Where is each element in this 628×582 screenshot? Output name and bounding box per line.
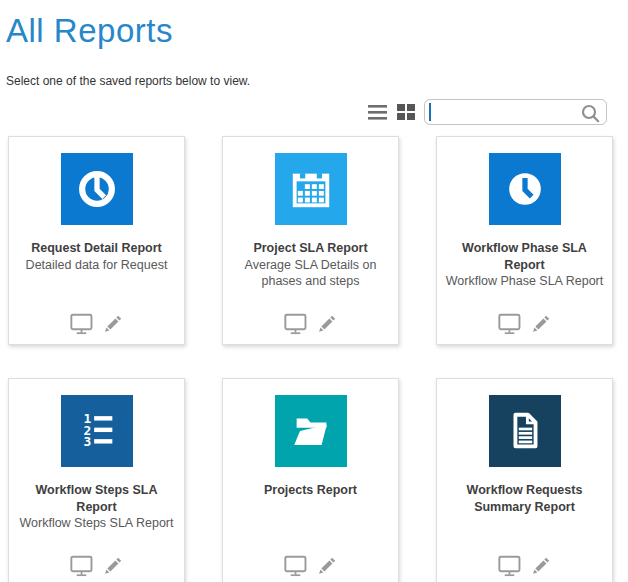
list-view-icon [368,105,388,120]
monitor-icon [284,313,307,335]
report-description: Detailed data for Request [19,257,175,274]
report-title: Request Detail Report [24,240,169,257]
pencil-icon [102,555,123,577]
report-card[interactable]: Workflow Phase SLA Report Workflow Phase… [436,136,613,345]
pencil-icon [530,313,551,335]
report-title: Project SLA Report [246,240,374,257]
clock-outline-icon [74,166,120,212]
report-description: Average SLA Details on phases and steps [223,257,398,290]
report-title: Workflow Phase SLA Report [437,240,612,273]
page-subtitle: Select one of the saved reports below to… [6,74,620,88]
report-card-actions [437,555,612,577]
svg-text:3: 3 [83,434,91,449]
pencil-icon [530,555,551,577]
view-report-button[interactable] [284,555,307,577]
report-card-actions [9,555,184,577]
report-title: Workflow Steps SLA Report [9,482,184,515]
list-view-button[interactable] [368,105,388,120]
report-description: Workflow Phase SLA Report [439,273,610,290]
pencil-icon [316,313,337,335]
search-input[interactable] [425,100,606,124]
edit-report-button[interactable] [530,313,551,335]
report-card[interactable]: 1 2 3 Workflow Steps SLA Report Workflow… [8,378,185,582]
report-cards-grid: Request Detail Report Detailed data for … [8,136,620,582]
report-title: Workflow Requests Summary Report [437,482,612,515]
report-icon-tile [275,153,347,225]
report-card-actions [437,313,612,335]
pencil-icon [316,555,337,577]
grid-view-button[interactable] [397,104,415,120]
report-card[interactable]: Projects Report [222,378,399,582]
report-card[interactable]: Workflow Requests Summary Report [436,378,613,582]
clock-solid-icon [502,166,548,212]
numbered-list-icon: 1 2 3 [74,408,120,454]
search-box [424,99,607,125]
edit-report-button[interactable] [102,313,123,335]
report-icon-tile: 1 2 3 [61,395,133,467]
report-description: Workflow Steps SLA Report [12,515,180,532]
all-reports-page: All Reports Select one of the saved repo… [0,0,628,582]
report-card[interactable]: Request Detail Report Detailed data for … [8,136,185,345]
monitor-icon [70,555,93,577]
report-icon-tile [275,395,347,467]
view-report-button[interactable] [70,313,93,335]
report-card-actions [223,313,398,335]
view-report-button[interactable] [70,555,93,577]
monitor-icon [498,555,521,577]
view-report-button[interactable] [284,313,307,335]
report-icon-tile [489,395,561,467]
page-title: All Reports [6,12,620,50]
toolbar [8,98,620,126]
view-report-button[interactable] [498,313,521,335]
monitor-icon [284,555,307,577]
document-icon [502,408,548,454]
report-icon-tile [61,153,133,225]
search-icon [581,104,600,127]
report-card[interactable]: Project SLA Report Average SLA Details o… [222,136,399,345]
calendar-icon [288,166,334,212]
folder-icon [288,408,334,454]
report-card-actions [9,313,184,335]
text-caret [429,103,431,121]
report-card-actions [223,555,398,577]
monitor-icon [498,313,521,335]
report-title: Projects Report [257,482,364,499]
pencil-icon [102,313,123,335]
edit-report-button[interactable] [530,555,551,577]
monitor-icon [70,313,93,335]
edit-report-button[interactable] [102,555,123,577]
report-icon-tile [489,153,561,225]
edit-report-button[interactable] [316,555,337,577]
view-report-button[interactable] [498,555,521,577]
grid-view-icon [397,104,415,120]
edit-report-button[interactable] [316,313,337,335]
